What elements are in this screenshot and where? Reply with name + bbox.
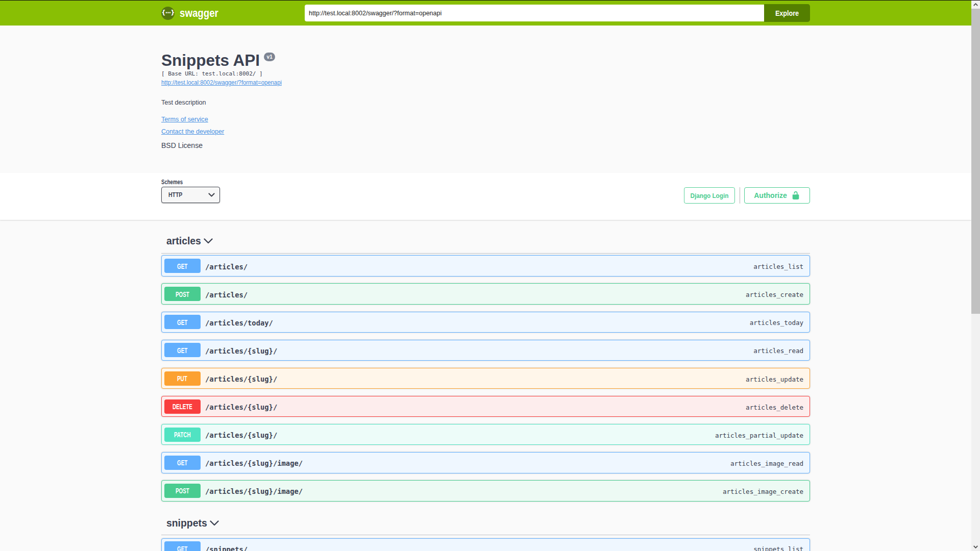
- api-title: Snippets APIv1: [161, 53, 275, 69]
- method-badge: POST: [164, 484, 201, 498]
- scroll-down-icon: [973, 545, 978, 548]
- method-badge: GET: [164, 259, 201, 273]
- operation-path: /articles/{slug}/: [205, 403, 277, 411]
- spec-url-input[interactable]: [305, 5, 764, 21]
- api-description: Test description: [161, 99, 206, 106]
- scheme-section: Schemes HTTP Django Login Authorize: [0, 173, 971, 220]
- opblock-articles_image_create[interactable]: POST/articles/{slug}/image/articles_imag…: [161, 480, 810, 502]
- info-wrapper: Snippets APIv1 [ Base URL: test.local:80…: [161, 26, 810, 173]
- api-version-badge: v1: [264, 53, 275, 61]
- tag-divider: [161, 253, 810, 254]
- swagger-logo[interactable]: {···} swagger: [161, 7, 218, 20]
- license-text: BSD License: [161, 141, 203, 149]
- scroll-up-icon: [973, 3, 978, 6]
- base-url: [ Base URL: test.local:8002/ ]: [161, 70, 263, 77]
- tag-label: snippets: [166, 518, 207, 529]
- operations-list-snippets: GET/snippets/snippets_list: [161, 538, 810, 551]
- operation-id: articles_partial_update: [715, 432, 803, 439]
- info-section: Snippets APIv1 [ Base URL: test.local:80…: [0, 26, 971, 173]
- method-badge-label: DELETE: [173, 404, 192, 411]
- method-badge-label: GET: [177, 460, 187, 467]
- chevron-down-icon: [208, 193, 215, 197]
- operation-id: articles_create: [746, 291, 803, 298]
- operation-id: articles_today: [750, 319, 803, 327]
- operation-path: /snippets/: [205, 545, 248, 551]
- opblock-articles_create[interactable]: POST/articles/articles_create: [161, 283, 810, 305]
- download-url-form: Explore: [305, 4, 810, 22]
- swagger-logo-icon: {···}: [161, 7, 175, 20]
- auth-divider: [740, 187, 740, 204]
- swagger-ui-page: {···} swagger Explore Snippets APIv1 [ B…: [0, 0, 971, 551]
- tag-header-snippets[interactable]: snippets: [166, 518, 219, 529]
- explore-button[interactable]: Explore: [764, 4, 810, 22]
- schemes-selected-value: HTTP: [168, 191, 182, 198]
- topbar: {···} swagger Explore: [0, 1, 971, 26]
- method-badge-label: GET: [177, 347, 187, 355]
- method-badge: POST: [164, 287, 201, 301]
- method-badge: DELETE: [164, 399, 201, 414]
- scheme-wrapper: Schemes HTTP Django Login Authorize: [161, 173, 810, 220]
- operation-id: articles_delete: [746, 404, 803, 411]
- tag-header-articles[interactable]: articles: [166, 236, 213, 246]
- opblock-articles_today[interactable]: GET/articles/today/articles_today: [161, 312, 810, 333]
- opblock-articles_image_read[interactable]: GET/articles/{slug}/image/articles_image…: [161, 452, 810, 473]
- method-badge-label: PATCH: [174, 432, 191, 439]
- django-login-button[interactable]: Django Login: [684, 187, 735, 204]
- operation-path: /articles/: [205, 291, 248, 299]
- operations-list-articles: GET/articles/articles_listPOST/articles/…: [161, 255, 810, 501]
- opblock-snippets_list[interactable]: GET/snippets/snippets_list: [161, 538, 810, 551]
- method-badge-label: PUT: [177, 375, 187, 383]
- unlocked-padlock-icon: [791, 191, 800, 200]
- terms-of-service-link[interactable]: Terms of service: [161, 116, 208, 123]
- method-badge-label: POST: [176, 291, 189, 298]
- opblock-articles_read[interactable]: GET/articles/{slug}/articles_read: [161, 340, 810, 361]
- method-badge-label: POST: [176, 488, 189, 495]
- operation-id: articles_list: [753, 263, 803, 270]
- opblock-articles_delete[interactable]: DELETE/articles/{slug}/articles_delete: [161, 396, 810, 417]
- tag-divider: [161, 535, 810, 535]
- operation-path: /articles/{slug}/: [205, 431, 277, 439]
- operation-id: articles_image_read: [730, 460, 803, 467]
- contact-developer-link[interactable]: Contact the developer: [161, 128, 224, 135]
- browser-scrollbar[interactable]: [971, 0, 980, 551]
- method-badge: PATCH: [164, 428, 201, 442]
- opblock-articles_list[interactable]: GET/articles/articles_list: [161, 255, 810, 277]
- chevron-down-icon: [210, 520, 219, 526]
- method-badge: GET: [164, 456, 201, 470]
- scrollbar-down-arrow[interactable]: [971, 542, 980, 551]
- method-badge-label: GET: [177, 319, 187, 327]
- schemes-select[interactable]: HTTP: [161, 187, 220, 203]
- opblock-articles_partial_update[interactable]: PATCH/articles/{slug}/articles_partial_u…: [161, 424, 810, 445]
- operations-wrapper: articles GET/articles/articles_listPOST/…: [161, 220, 810, 551]
- window-top-border: [0, 0, 980, 1]
- method-badge: PUT: [164, 371, 201, 386]
- operation-id: snippets_list: [753, 545, 803, 551]
- method-badge: GET: [164, 343, 201, 357]
- method-badge: GET: [164, 541, 201, 551]
- opblock-articles_update[interactable]: PUT/articles/{slug}/articles_update: [161, 368, 810, 389]
- operations-section: articles GET/articles/articles_listPOST/…: [0, 220, 971, 551]
- operation-path: /articles/: [205, 263, 248, 271]
- topbar-wrapper: {···} swagger Explore: [161, 1, 810, 26]
- operation-id: articles_read: [753, 347, 803, 355]
- operation-path: /articles/{slug}/: [205, 375, 277, 383]
- operation-id: articles_update: [746, 375, 803, 383]
- chevron-down-icon: [204, 238, 213, 244]
- scrollbar-up-arrow[interactable]: [971, 0, 980, 9]
- operation-path: /articles/{slug}/image/: [205, 487, 303, 495]
- authorize-button[interactable]: Authorize: [744, 187, 810, 204]
- authorize-label: Authorize: [754, 191, 787, 199]
- spec-link[interactable]: http://test.local:8002/swagger/?format=o…: [161, 79, 282, 86]
- operation-path: /articles/{slug}/image/: [205, 459, 303, 467]
- operation-path: /articles/today/: [205, 319, 273, 327]
- method-badge: GET: [164, 315, 201, 329]
- swagger-logo-text: swagger: [180, 7, 218, 20]
- method-badge-label: GET: [177, 263, 187, 270]
- auth-wrapper: Django Login Authorize: [684, 187, 810, 204]
- method-badge-label: GET: [177, 546, 187, 551]
- schemes-label: Schemes: [161, 179, 183, 186]
- operation-id: articles_image_create: [723, 488, 803, 495]
- operation-path: /articles/{slug}/: [205, 347, 277, 355]
- tag-label: articles: [166, 236, 201, 246]
- scrollbar-thumb[interactable]: [971, 9, 980, 314]
